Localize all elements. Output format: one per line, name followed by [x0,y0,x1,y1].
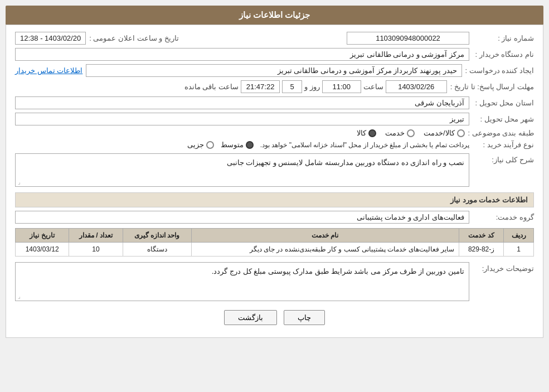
response-date: 1403/02/26 [386,80,447,93]
page-header: جزئیات اطلاعات نیاز [6,6,543,25]
cell-service-code: ز-82-829 [459,243,503,257]
purchase-option-jozi[interactable]: جزیی [187,141,214,149]
cell-quantity: 10 [69,243,123,257]
response-remaining: 21:47:22 [241,80,280,93]
subject-radio-kala [368,129,376,137]
purchase-note: پرداخت تمام یا بخشی از مبلغ خریدار از مح… [260,141,469,149]
purchase-radio-mutavasset [246,141,254,149]
buttons-row: چاپ بازگشت [15,310,534,331]
page-wrapper: جزئیات اطلاعات نیاز شماره نیاز : 1103090… [0,0,549,392]
table-row: 1 ز-82-829 سایر فعالیت‌های خدمات پشتیبان… [16,243,534,257]
purchase-type-row: نوع فرآیند خرید : پرداخت تمام یا بخشی از… [15,141,534,149]
subject-radio-kala-khedmat [457,129,465,137]
col-date: تاریخ نیاز [16,229,69,243]
service-group-label: گروه خدمت: [473,213,534,221]
main-content: شماره نیاز : 1103090948000022 تاریخ و سا… [6,25,543,338]
province-label: استان محل تحویل : [473,99,534,107]
creator-link[interactable]: اطلاعات تماس خریدار [15,66,82,75]
cell-unit: دستگاه [123,243,191,257]
subject-label: طبقه بندی موضوعی : [468,129,534,137]
city-row: شهر محل تحویل : تبریز [15,113,534,125]
description-label: شرح کلی نیاز: [473,156,534,164]
services-section-header: اطلاعات خدمات مورد نیاز [15,192,534,207]
creator-value: حیدر پورنهند کاربرداز مرکز آموزشی و درما… [86,64,461,77]
col-quantity: تعداد / مقدار [69,229,123,243]
cell-date: 1403/03/12 [16,243,69,257]
resize-handle: ⌟ [18,179,21,185]
services-table-section: ردیف کد خدمت نام خدمت واحد اندازه گیری ت… [15,228,534,257]
page-title: جزئیات اطلاعات نیاز [239,10,310,20]
buyer-name-value: مرکز آموزشی و درمانی طالقانی تبریز [15,48,469,61]
response-date-time: 1403/02/26 ساعت 11:00 روز و 5 21:47:22 س… [15,80,447,93]
col-service-code: کد خدمت [459,229,503,243]
buyer-desc-box: تامین دوربین از طرف مرکز می باشد شرایط ط… [15,262,469,301]
buyer-desc-label: توضیحات خریدار: [473,264,534,273]
col-unit: واحد اندازه گیری [123,229,191,243]
services-table: ردیف کد خدمت نام خدمت واحد اندازه گیری ت… [15,228,534,257]
creator-row: ایجاد کننده درخواست : حیدر پورنهند کاربر… [15,64,534,77]
creator-label: ایجاد کننده درخواست : [465,66,534,75]
city-value: تبریز [15,113,469,125]
announcement-value: 1403/02/20 - 12:38 [15,32,86,45]
response-deadline-label: مهلت ارسال پاسخ: تا تاریخ : [450,83,534,91]
subject-row: طبقه بندی موضوعی : کالا/خدمت خدمت کالا [15,129,534,137]
response-days: 5 [282,80,302,93]
print-button[interactable]: چاپ [284,310,325,325]
response-remaining-label: ساعت باقی مانده [184,83,239,91]
city-label: شهر محل تحویل : [473,115,534,123]
need-number-value: 1103090948000022 [347,32,469,45]
description-box: نصب و راه اندازی ده دستگاه دوربین مداربس… [15,153,469,187]
response-time: 11:00 [322,80,361,93]
province-value: آذربایجان شرقی [15,96,469,109]
response-days-label: روز و [304,83,320,91]
cell-service-name: سایر فعالیت‌های خدمات پشتیبانی کسب و کار… [191,243,459,257]
response-time-label: ساعت [363,83,383,91]
purchase-options: پرداخت تمام یا بخشی از مبلغ خریدار از مح… [15,141,469,149]
description-value: نصب و راه اندازی ده دستگاه دوربین مداربس… [227,158,464,167]
description-row: شرح کلی نیاز: نصب و راه اندازی ده دستگاه… [15,153,534,187]
col-service-name: نام خدمت [191,229,459,243]
subject-option-kala[interactable]: کالا [357,129,376,137]
subject-options: کالا/خدمت خدمت کالا [15,129,465,137]
response-deadline-row: مهلت ارسال پاسخ: تا تاریخ : 1403/02/26 س… [15,80,534,93]
service-group-row: گروه خدمت: فعالیت‌های اداری و خدمات پشتی… [15,211,534,224]
purchase-option-mutavasset[interactable]: متوسط [221,141,254,149]
subject-option-kala-khedmat[interactable]: کالا/خدمت [424,129,465,137]
service-group-value: فعالیت‌های اداری و خدمات پشتیبانی [15,211,469,224]
purchase-type-label: نوع فرآیند خرید : [473,141,534,149]
purchase-radio-jozi [206,141,214,149]
buyer-name-row: نام دستگاه خریدار : مرکز آموزشی و درمانی… [15,48,534,61]
announcement-label: تاریخ و ساعت اعلان عمومی : [89,34,179,42]
cell-row-num: 1 [504,243,534,257]
resize-handle-2: ⌟ [18,293,21,299]
need-number-row: شماره نیاز : 1103090948000022 تاریخ و سا… [15,32,534,45]
subject-radio-khedmat [407,129,415,137]
back-button[interactable]: بازگشت [224,310,277,325]
buyer-desc-value: تامین دوربین از طرف مرکز می باشد شرایط ط… [212,267,464,275]
buyer-name-label: نام دستگاه خریدار : [473,50,534,59]
need-number-label: شماره نیاز : [473,34,534,42]
col-row-num: ردیف [504,229,534,243]
province-row: استان محل تحویل : آذربایجان شرقی [15,96,534,109]
buyer-desc-row: توضیحات خریدار: تامین دوربین از طرف مرکز… [15,262,534,301]
subject-option-khedmat[interactable]: خدمت [385,129,415,137]
